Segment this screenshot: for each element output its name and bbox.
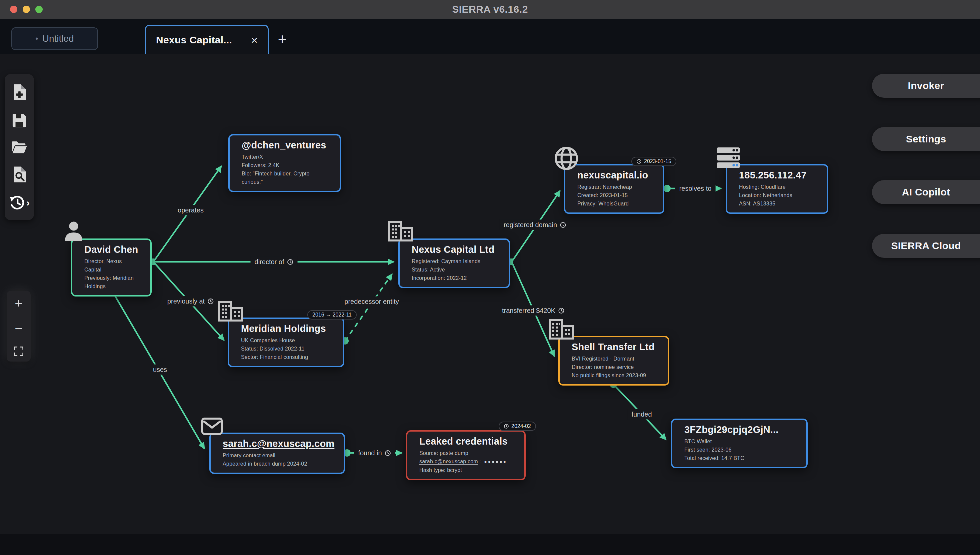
credential-pair: sarah.c@nexuscap.com : ●●●●●● — [419, 457, 514, 466]
open-folder-button[interactable] — [11, 140, 27, 154]
fit-to-screen-button[interactable] — [12, 346, 26, 356]
tab-bar: • Untitled Nexus Capital... × + — [0, 19, 980, 54]
tab-untitled-label: Untitled — [42, 34, 74, 44]
node-nexuscapital-io[interactable]: nexuscapital.io Registrar: Namecheap Cre… — [564, 164, 664, 214]
building-icon — [388, 221, 413, 242]
zoom-controls: + − — [7, 291, 31, 361]
edge-label-previously-at: previously at — [163, 296, 218, 306]
node-title: Leaked credentials — [419, 436, 514, 447]
node-title: 3FZbgi29cpjq2GjN... — [684, 424, 796, 435]
search-document-button[interactable] — [12, 166, 27, 183]
node-btc-wallet[interactable]: 3FZbgi29cpjq2GjN... BTC Wallet First see… — [671, 419, 808, 468]
clock-icon — [385, 450, 391, 456]
new-file-icon — [12, 84, 27, 100]
clock-icon — [560, 221, 566, 228]
node-leaked-credentials[interactable]: Leaked credentials Source: paste dump sa… — [406, 430, 526, 480]
edge-label-predecessor-entity: predecessor entity — [341, 297, 403, 307]
tab-untitled[interactable]: • Untitled — [11, 27, 98, 50]
edge-label-transferred: transferred $420K — [498, 306, 569, 316]
minimize-window-button[interactable] — [23, 6, 30, 13]
zoom-in-button[interactable]: + — [13, 296, 24, 310]
node-meridian-holdings[interactable]: Meridian Holdings UK Companies House Sta… — [228, 318, 344, 367]
node-email[interactable]: sarah.c@nexuscap.com Primary contact ema… — [209, 433, 345, 474]
node-title: Meridian Holdings — [241, 323, 333, 334]
connector-dot — [663, 185, 671, 192]
node-title: Shell Transfer Ltd — [572, 341, 658, 353]
envelope-icon — [201, 418, 223, 435]
node-ip-address[interactable]: 185.256.112.47 Hosting: Cloudflare Locat… — [726, 164, 828, 214]
node-dchen-ventures[interactable]: @dchen_ventures Twitter/X Followers: 2.4… — [228, 134, 341, 192]
clock-icon — [636, 159, 642, 164]
edge-label-registered-domain: registered domain — [500, 220, 570, 230]
edge-label-operates: operates — [174, 205, 208, 215]
edge-label-resolves-to: resolves to — [675, 183, 716, 194]
sierra-cloud-button[interactable]: SIERRA Cloud — [872, 234, 980, 258]
clock-icon — [504, 423, 509, 429]
server-icon — [716, 147, 741, 169]
zoom-out-button[interactable]: − — [13, 321, 24, 335]
search-document-icon — [12, 166, 27, 183]
person-icon — [63, 221, 84, 241]
file-toolbar: › — [5, 74, 34, 220]
save-button[interactable] — [12, 113, 27, 128]
graph-canvas[interactable]: operates director of previously at uses … — [0, 54, 980, 555]
node-title: @dchen_ventures — [241, 140, 330, 151]
ai-copilot-button[interactable]: AI Copilot — [872, 180, 980, 204]
clock-icon — [558, 307, 565, 314]
edge-label-director-of: director of — [251, 257, 298, 267]
node-title: nexuscapital.io — [577, 169, 653, 181]
title-bar: SIERRA v6.16.2 — [0, 0, 980, 19]
edge-predecessor-entity — [345, 274, 392, 341]
node-title: David Chen — [84, 244, 140, 255]
badge-leak-date: 2024-02 — [499, 422, 536, 431]
badge-domain-created: 2023-01-15 — [631, 157, 676, 166]
unsaved-dot-icon: • — [35, 34, 38, 43]
node-title: Nexus Capital Ltd — [412, 244, 499, 255]
node-title: 185.256.112.47 — [739, 169, 817, 181]
building-icon — [218, 301, 243, 322]
clock-icon — [287, 258, 293, 265]
edge-label-funded: funded — [627, 409, 655, 420]
tab-nexus-capital[interactable]: Nexus Capital... × — [145, 25, 269, 54]
edge-label-uses: uses — [149, 364, 171, 375]
edge-label-found-in: found in — [354, 448, 395, 458]
new-tab-button[interactable]: + — [274, 30, 291, 47]
history-button[interactable]: › — [9, 195, 30, 210]
badge-meridian-dates: 2016 → 2022-11 — [307, 310, 357, 319]
new-file-button[interactable] — [12, 84, 27, 100]
fit-to-screen-icon — [14, 346, 23, 356]
history-expand-chevron: › — [26, 198, 30, 208]
globe-icon — [554, 146, 579, 171]
save-icon — [12, 113, 27, 128]
settings-button[interactable]: Settings — [872, 127, 980, 151]
tab-active-label: Nexus Capital... — [156, 34, 232, 46]
open-folder-icon — [11, 140, 27, 154]
zoom-window-button[interactable] — [35, 6, 43, 13]
node-title: sarah.c@nexuscap.com — [223, 438, 334, 449]
close-window-button[interactable] — [10, 6, 18, 13]
building-icon — [549, 319, 574, 340]
history-icon — [9, 195, 26, 210]
node-shell-transfer-ltd[interactable]: Shell Transfer Ltd BVI Registered · Dorm… — [558, 336, 669, 386]
close-tab-icon[interactable]: × — [251, 34, 258, 46]
window-title: SIERRA v6.16.2 — [452, 4, 528, 15]
invoker-button[interactable]: Invoker — [872, 74, 980, 98]
clock-icon — [207, 298, 214, 305]
node-nexus-capital-ltd[interactable]: Nexus Capital Ltd Registered: Cayman Isl… — [398, 239, 510, 288]
node-david-chen[interactable]: David Chen Director, Nexus Capital Previ… — [71, 239, 152, 297]
